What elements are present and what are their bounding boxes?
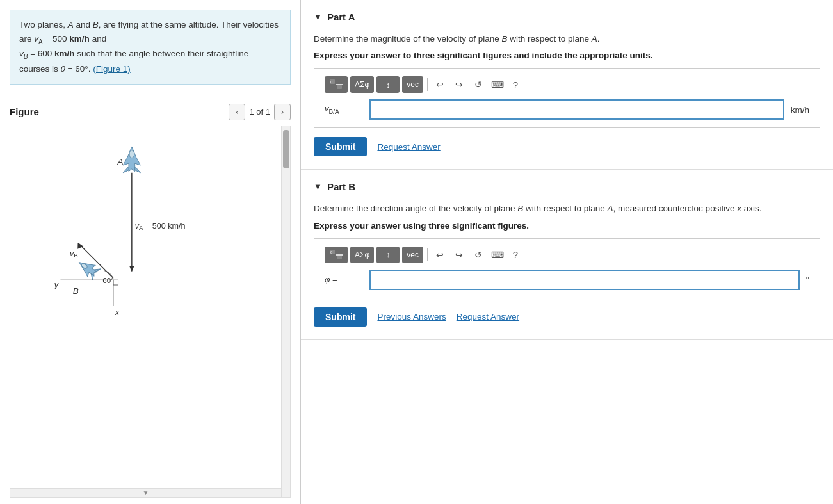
sep1-b — [427, 248, 428, 261]
svg-marker-2 — [135, 167, 141, 173]
part-a-header: ▼ Part A — [314, 12, 820, 22]
part-a-toolbar: 0 ΑΣφ ↕ vec ↩ ↪ ↺ ⌨ ? — [325, 76, 809, 93]
va-label: vA = 500 km/h — [135, 221, 186, 231]
page-indicator: 1 of 1 — [249, 107, 270, 117]
sep1-a — [427, 78, 428, 91]
vb-label: vB — [70, 249, 78, 259]
fraction-btn-b[interactable]: 0 — [325, 247, 348, 263]
x-label: x — [115, 308, 120, 317]
figure-link[interactable]: (Figure 1) — [93, 64, 131, 74]
part-b-header: ▼ Part B — [314, 181, 820, 192]
problem-text: Two planes, A and B, are flying at the s… — [19, 20, 279, 74]
label-B: B — [73, 286, 79, 295]
y-label: y — [54, 280, 59, 289]
problem-statement: Two planes, A and B, are flying at the s… — [10, 10, 291, 85]
part-b-toolbar: 0 ΑΣφ ↕ vec ↩ ↪ ↺ ⌨ ? — [325, 247, 809, 263]
part-b-description: Determine the direction angle of the vel… — [314, 202, 820, 215]
part-a-submit-btn[interactable]: Submit — [314, 137, 367, 156]
part-b-answer-box: 0 ΑΣφ ↕ vec ↩ ↪ ↺ ⌨ ? φ = — [314, 238, 820, 298]
part-a-section: ▼ Part A Determine the magnitude of the … — [301, 0, 833, 170]
vec-btn-a[interactable]: vec — [402, 76, 423, 93]
part-a-collapse-arrow[interactable]: ▼ — [314, 12, 322, 22]
part-b-submit-btn[interactable]: Submit — [314, 307, 367, 327]
help-btn-a[interactable]: ? — [508, 76, 522, 93]
axis-corner — [113, 280, 118, 285]
figure-svg: A vA = 500 km/h — [10, 126, 247, 325]
velocity-line-B — [79, 244, 113, 278]
part-b-collapse-arrow[interactable]: ▼ — [314, 182, 322, 191]
part-b-section: ▼ Part B Determine the direction angle o… — [301, 170, 833, 339]
scrollbar-right[interactable] — [281, 126, 290, 497]
part-b-previous-answers-btn[interactable]: Previous Answers — [377, 312, 446, 321]
keyboard-btn-a[interactable]: ⌨ — [489, 76, 506, 93]
part-b-x-axis: x — [737, 204, 741, 213]
figure-area: Figure ‹ 1 of 1 › — [0, 85, 300, 504]
svg-point-3 — [129, 150, 134, 158]
part-a-input-label: vB/A = — [325, 104, 363, 115]
part-a-plane-A: A — [592, 34, 597, 44]
right-panel: ▼ Part A Determine the magnitude of the … — [301, 0, 833, 504]
part-b-request-answer-btn[interactable]: Request Answer — [457, 312, 519, 321]
aeq-btn-a[interactable]: ΑΣφ — [350, 76, 374, 93]
label-A: A — [117, 157, 124, 167]
part-a-request-answer-btn[interactable]: Request Answer — [377, 142, 440, 152]
part-b-plane-A: A — [608, 204, 613, 213]
part-a-unit: km/h — [791, 105, 809, 115]
part-b-input-row: φ = ° — [325, 270, 809, 290]
left-panel: Two planes, A and B, are flying at the s… — [0, 0, 301, 504]
part-a-answer-box: 0 ΑΣφ ↕ vec ↩ ↪ ↺ ⌨ ? vB/A = — [314, 68, 820, 128]
vec-btn-b[interactable]: vec — [402, 247, 423, 263]
figure-nav: ‹ 1 of 1 › — [229, 104, 291, 120]
arrows-btn-b[interactable]: ↕ — [376, 247, 400, 263]
plane-B-icon — [76, 257, 101, 280]
next-btn[interactable]: › — [274, 104, 291, 120]
part-a-actions: Submit Request Answer — [314, 137, 820, 156]
part-a-plane-B: B — [501, 34, 507, 44]
redo-btn-a[interactable]: ↪ — [451, 76, 467, 93]
part-b-plane-B: B — [517, 204, 523, 213]
svg-rect-11 — [337, 85, 342, 89]
scrollbar-thumb[interactable] — [283, 130, 289, 168]
part-b-input[interactable] — [369, 270, 800, 290]
refresh-btn-b[interactable]: ↺ — [470, 247, 487, 263]
plane-A-icon — [123, 147, 140, 173]
figure-container: A vA = 500 km/h — [10, 126, 291, 498]
arrows-btn-a[interactable]: ↕ — [376, 76, 400, 93]
fraction-btn-a[interactable]: 0 — [325, 76, 348, 93]
svg-marker-1 — [123, 167, 129, 173]
part-a-instruction: Express your answer to three significant… — [314, 51, 820, 60]
help-btn-b[interactable]: ? — [508, 247, 522, 263]
scrollbar-bottom[interactable]: ▼ — [10, 488, 281, 497]
plane-B-label: B — [93, 20, 99, 29]
part-b-unit: ° — [806, 275, 809, 284]
part-a-title: Part A — [327, 12, 355, 22]
svg-rect-15 — [337, 256, 342, 259]
refresh-btn-a[interactable]: ↺ — [470, 76, 487, 93]
plane-A-label: A — [68, 20, 74, 29]
part-b-title: Part B — [327, 181, 355, 192]
undo-btn-b[interactable]: ↩ — [432, 247, 448, 263]
part-b-actions: Submit Previous Answers Request Answer — [314, 307, 820, 327]
part-a-input-row: vB/A = km/h — [325, 99, 809, 120]
figure-header: Figure ‹ 1 of 1 › — [10, 104, 291, 120]
arrow-B — [75, 241, 83, 249]
undo-btn-a[interactable]: ↩ — [432, 76, 448, 93]
figure-label: Figure — [10, 106, 229, 117]
keyboard-btn-b[interactable]: ⌨ — [489, 247, 506, 263]
aeq-btn-b[interactable]: ΑΣφ — [350, 247, 374, 263]
part-b-input-label: φ = — [325, 275, 363, 284]
redo-btn-b[interactable]: ↪ — [451, 247, 467, 263]
part-a-description: Determine the magnitude of the velocity … — [314, 33, 820, 45]
arrow-A — [129, 266, 134, 272]
part-a-input[interactable] — [369, 99, 784, 120]
prev-btn[interactable]: ‹ — [229, 104, 245, 120]
part-b-instruction: Express your answer using three signific… — [314, 221, 820, 231]
